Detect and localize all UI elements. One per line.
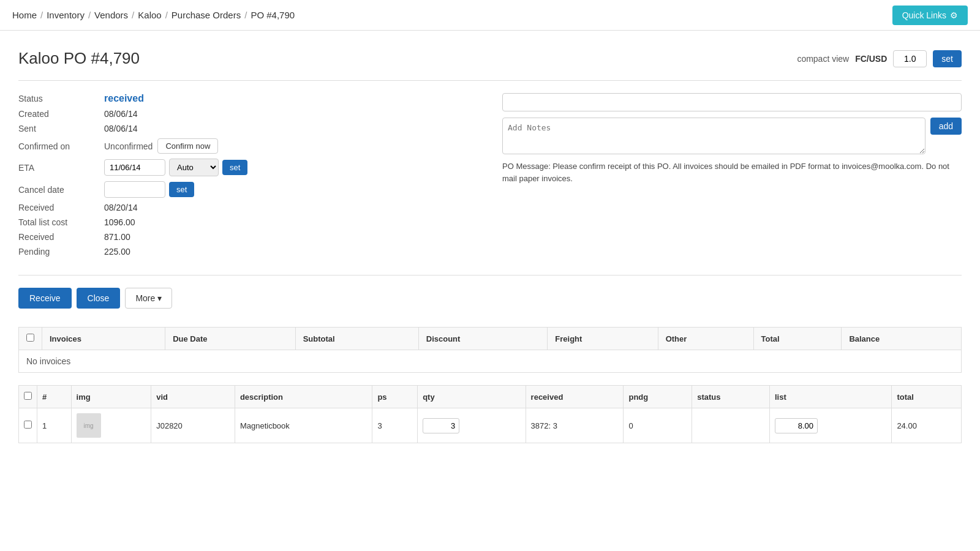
- table-row: 1 img J02820 Magneticbook 3 3872: 3 0: [19, 408, 962, 443]
- cancel-set-button[interactable]: set: [169, 182, 194, 197]
- items-col-qty: qty: [418, 386, 526, 408]
- breadcrumb-sep-4: /: [165, 10, 168, 20]
- items-col-description: description: [235, 386, 372, 408]
- eta-input[interactable]: [104, 159, 165, 176]
- items-col-vid: vid: [151, 386, 235, 408]
- po-message: PO Message: Please confirm receipt of th…: [502, 160, 962, 184]
- no-invoices-message: No invoices: [26, 356, 70, 366]
- item-img-cell: img: [71, 408, 151, 443]
- pending-label: Pending: [18, 247, 104, 257]
- items-col-num: #: [37, 386, 72, 408]
- items-col-pndg: pndg: [624, 386, 692, 408]
- item-vid: J02820: [151, 408, 235, 443]
- breadcrumb-current: PO #4,790: [251, 10, 295, 20]
- more-label: More: [135, 293, 155, 303]
- view-controls: compact view FC/USD set: [797, 50, 962, 67]
- more-button[interactable]: More ▾: [125, 288, 172, 309]
- invoices-col-other: Other: [658, 328, 753, 350]
- eta-select[interactable]: Auto Manual: [169, 159, 219, 176]
- top-nav: Home / Inventory / Vendors / Kaloo / Pur…: [0, 0, 980, 31]
- detail-grid: Status received Created 08/06/14 Sent 08…: [18, 93, 478, 257]
- invoices-table: Invoices Due Date Subtotal Discount Frei…: [18, 327, 962, 373]
- eta-label: ETA: [18, 163, 104, 173]
- breadcrumb: Home / Inventory / Vendors / Kaloo / Pur…: [12, 10, 295, 20]
- items-col-total: total: [892, 386, 962, 408]
- invoices-col-checkbox: [19, 328, 42, 350]
- quick-links-label: Quick Links: [902, 10, 946, 20]
- gear-icon: ⚙: [950, 10, 958, 20]
- action-row: Receive Close More ▾: [18, 275, 962, 321]
- invoices-col-freight: Freight: [548, 328, 658, 350]
- fc-usd-input[interactable]: [893, 50, 927, 67]
- item-list-cell: [769, 408, 891, 443]
- compact-view-label: compact view: [797, 54, 849, 64]
- item-ps: 3: [372, 408, 418, 443]
- invoices-header-row: Invoices Due Date Subtotal Discount Frei…: [19, 328, 962, 350]
- invoices-col-due-date: Due Date: [165, 328, 295, 350]
- items-select-all[interactable]: [24, 392, 32, 400]
- breadcrumb-sep-5: /: [244, 10, 247, 20]
- sent-label: Sent: [18, 124, 104, 133]
- total-list-cost-value: 1096.00: [104, 217, 478, 227]
- search-input[interactable]: [502, 93, 962, 111]
- invoices-col-balance: Balance: [842, 328, 962, 350]
- item-pndg: 0: [624, 408, 692, 443]
- breadcrumb-purchase-orders[interactable]: Purchase Orders: [172, 10, 241, 20]
- items-col-ps: ps: [372, 386, 418, 408]
- items-section: # img vid description ps qty received pn…: [18, 385, 962, 443]
- item-description: Magneticbook: [235, 408, 372, 443]
- item-checkbox-cell: [19, 408, 37, 443]
- pending-value: 225.00: [104, 247, 478, 257]
- page-title-row: Kaloo PO #4,790 compact view FC/USD set: [18, 49, 962, 68]
- status-label: Status: [18, 94, 104, 103]
- breadcrumb-inventory[interactable]: Inventory: [47, 10, 85, 20]
- no-invoices-row: No invoices: [19, 350, 962, 373]
- quick-links-button[interactable]: Quick Links ⚙: [892, 6, 968, 25]
- notes-textarea[interactable]: [502, 118, 925, 154]
- page-title: Kaloo PO #4,790: [18, 49, 140, 68]
- item-qty-input[interactable]: [423, 418, 459, 433]
- created-value: 08/06/14: [104, 109, 478, 119]
- item-qty-cell: [418, 408, 526, 443]
- detail-section: Status received Created 08/06/14 Sent 08…: [18, 93, 962, 257]
- close-button[interactable]: Close: [77, 288, 121, 309]
- received-label: Received: [18, 203, 104, 212]
- received-value: 08/20/14: [104, 203, 478, 212]
- breadcrumb-home[interactable]: Home: [12, 10, 37, 20]
- confirm-now-button[interactable]: Confirm now: [157, 138, 218, 154]
- receive-button[interactable]: Receive: [18, 288, 72, 309]
- breadcrumb-sep-3: /: [132, 10, 134, 20]
- created-label: Created: [18, 109, 104, 119]
- cancel-date-input[interactable]: [104, 181, 165, 198]
- confirmed-on-label: Confirmed on: [18, 141, 104, 151]
- breadcrumb-vendors[interactable]: Vendors: [94, 10, 128, 20]
- item-received: 3872: 3: [526, 408, 624, 443]
- item-total: 24.00: [892, 408, 962, 443]
- received-cost-label: Received: [18, 232, 104, 242]
- detail-right: add PO Message: Please confirm receipt o…: [502, 93, 962, 257]
- confirm-row: Unconfirmed Confirm now: [104, 138, 478, 154]
- items-table: # img vid description ps qty received pn…: [18, 385, 962, 443]
- eta-row: Auto Manual set: [104, 159, 478, 176]
- items-col-img: img: [71, 386, 151, 408]
- breadcrumb-sep-1: /: [40, 10, 43, 20]
- items-col-received: received: [526, 386, 624, 408]
- items-col-status: status: [692, 386, 770, 408]
- total-list-cost-label: Total list cost: [18, 217, 104, 227]
- sent-value: 08/06/14: [104, 124, 478, 133]
- invoices-select-all[interactable]: [26, 334, 34, 342]
- items-header-row: # img vid description ps qty received pn…: [19, 386, 962, 408]
- breadcrumb-kaloo[interactable]: Kaloo: [138, 10, 161, 20]
- invoices-col-subtotal: Subtotal: [295, 328, 418, 350]
- item-list-input[interactable]: [775, 418, 818, 433]
- chevron-down-icon: ▾: [157, 293, 162, 303]
- fc-set-button[interactable]: set: [933, 50, 962, 67]
- unconfirmed-text: Unconfirmed: [104, 141, 153, 151]
- add-notes-button[interactable]: add: [930, 118, 962, 135]
- received-cost-value: 871.00: [104, 232, 478, 242]
- main-content: Kaloo PO #4,790 compact view FC/USD set …: [0, 31, 980, 443]
- eta-set-button[interactable]: set: [222, 160, 247, 175]
- title-divider: [18, 80, 962, 81]
- item-checkbox[interactable]: [24, 421, 32, 429]
- invoices-col-discount: Discount: [418, 328, 548, 350]
